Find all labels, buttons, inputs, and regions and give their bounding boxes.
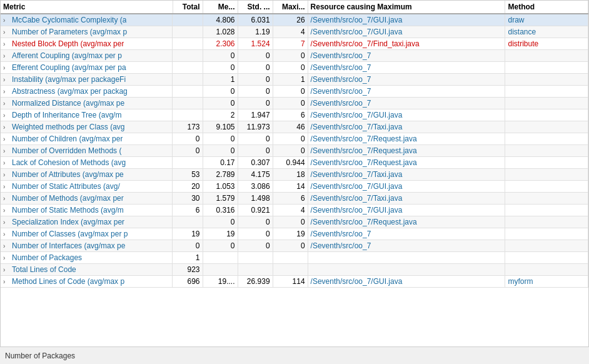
table-row[interactable]: ›Number of Parameters (avg/max p1.0281.1…	[1, 26, 588, 38]
std-cell: 0.921	[238, 205, 273, 216]
total-cell	[173, 216, 203, 228]
metrics-table-container: Metric Total Me... Std. ... Maxi... Reso…	[0, 0, 589, 364]
table-row[interactable]: ›Number of Methods (avg/max per301.5791.…	[1, 193, 588, 205]
metric-label: Total Lines of Code	[12, 265, 76, 274]
metric-label: Nested Block Depth (avg/max per	[12, 39, 124, 48]
mean-cell: 1.053	[203, 181, 238, 193]
max-cell: 0	[273, 133, 308, 145]
table-header-row: Metric Total Me... Std. ... Maxi... Reso…	[1, 1, 588, 14]
total-cell	[173, 14, 203, 26]
col-header-resource[interactable]: Resource causing Maximum	[308, 1, 505, 14]
table-row[interactable]: ›Lack of Cohesion of Methods (avg0.170.3…	[1, 157, 588, 169]
table-row[interactable]: ›Number of Children (avg/max per0000/Sev…	[1, 133, 588, 145]
table-row[interactable]: ›Method Lines of Code (avg/max p69619...…	[1, 276, 588, 288]
method-cell: distribute	[505, 38, 588, 50]
total-cell: 19	[173, 228, 203, 240]
total-cell	[173, 74, 203, 86]
method-cell	[505, 252, 588, 264]
std-cell: 0	[238, 86, 273, 98]
std-cell: 3.086	[238, 181, 273, 193]
max-cell: 0	[273, 50, 308, 62]
expand-arrow-icon[interactable]: ›	[3, 29, 12, 36]
total-cell: 0	[173, 133, 203, 145]
resource-cell	[308, 264, 505, 276]
table-row[interactable]: ›Number of Static Attributes (avg/201.05…	[1, 181, 588, 193]
expand-arrow-icon[interactable]: ›	[3, 136, 12, 143]
table-row[interactable]: ›Number of Overridden Methods (0000/Seve…	[1, 145, 588, 157]
table-row[interactable]: ›Total Lines of Code923	[1, 264, 588, 276]
expand-arrow-icon[interactable]: ›	[3, 219, 12, 226]
metric-label: Lack of Cohesion of Methods (avg	[12, 158, 126, 167]
expand-arrow-icon[interactable]: ›	[3, 64, 12, 71]
method-cell: draw	[505, 14, 588, 26]
expand-arrow-icon[interactable]: ›	[3, 88, 12, 95]
col-header-metric[interactable]: Metric	[1, 1, 173, 14]
table-row[interactable]: ›Number of Attributes (avg/max pe532.789…	[1, 169, 588, 181]
expand-arrow-icon[interactable]: ›	[3, 112, 12, 119]
metric-label: Number of Packages	[12, 253, 82, 262]
table-row[interactable]: ›Abstractness (avg/max per packag000/Sev…	[1, 86, 588, 98]
resource-cell: /Seventh/src/oo_7/GUI.java	[308, 205, 505, 216]
expand-arrow-icon[interactable]: ›	[3, 266, 12, 273]
expand-arrow-icon[interactable]: ›	[3, 195, 12, 202]
mean-cell: 0	[203, 133, 238, 145]
table-row[interactable]: ›Instability (avg/max per packageFi101/S…	[1, 74, 588, 86]
expand-arrow-icon[interactable]: ›	[3, 41, 12, 48]
method-cell	[505, 157, 588, 169]
resource-cell: /Seventh/src/oo_7	[308, 50, 505, 62]
table-row[interactable]: ›McCabe Cyclomatic Complexity (a4.8066.0…	[1, 14, 588, 26]
expand-arrow-icon[interactable]: ›	[3, 100, 12, 107]
col-header-mean[interactable]: Me...	[203, 1, 238, 14]
mean-cell: 0	[203, 98, 238, 109]
table-row[interactable]: ›Efferent Coupling (avg/max per pa000/Se…	[1, 62, 588, 74]
resource-cell: /Seventh/src/oo_7	[308, 240, 505, 252]
col-header-method[interactable]: Method	[505, 1, 588, 14]
table-row[interactable]: ›Nested Block Depth (avg/max per2.3061.5…	[1, 38, 588, 50]
expand-arrow-icon[interactable]: ›	[3, 17, 12, 24]
table-row[interactable]: ›Number of Static Methods (avg/m60.3160.…	[1, 205, 588, 216]
metric-label: Efferent Coupling (avg/max per pa	[12, 63, 126, 72]
table-row[interactable]: ›Afferent Coupling (avg/max per p000/Sev…	[1, 50, 588, 62]
std-cell	[238, 264, 273, 276]
table-row[interactable]: ›Depth of Inheritance Tree (avg/m21.9476…	[1, 109, 588, 121]
total-cell: 0	[173, 240, 203, 252]
max-cell: 19	[273, 228, 308, 240]
method-cell	[505, 216, 588, 228]
col-header-std[interactable]: Std. ...	[238, 1, 273, 14]
metric-label: Method Lines of Code (avg/max p	[12, 277, 124, 286]
expand-arrow-icon[interactable]: ›	[3, 159, 12, 166]
table-row[interactable]: ›Specialization Index (avg/max per000/Se…	[1, 216, 588, 228]
expand-arrow-icon[interactable]: ›	[3, 231, 12, 238]
expand-arrow-icon[interactable]: ›	[3, 148, 12, 154]
expand-arrow-icon[interactable]: ›	[3, 124, 12, 131]
std-cell: 6.031	[238, 14, 273, 26]
table-row[interactable]: ›Number of Interfaces (avg/max pe0000/Se…	[1, 240, 588, 252]
total-cell	[173, 86, 203, 98]
table-row[interactable]: ›Normalized Distance (avg/max pe000/Seve…	[1, 98, 588, 109]
expand-arrow-icon[interactable]: ›	[3, 255, 12, 261]
total-cell	[173, 38, 203, 50]
resource-cell: /Seventh/src/oo_7	[308, 62, 505, 74]
method-cell	[505, 169, 588, 181]
total-cell	[173, 26, 203, 38]
std-cell: 0	[238, 62, 273, 74]
metric-label: McCabe Cyclomatic Complexity (a	[12, 16, 126, 24]
expand-arrow-icon[interactable]: ›	[3, 76, 12, 83]
mean-cell: 0	[203, 62, 238, 74]
table-row[interactable]: ›Weighted methods per Class (avg1739.105…	[1, 121, 588, 133]
table-row[interactable]: ›Number of Packages1	[1, 252, 588, 264]
expand-arrow-icon[interactable]: ›	[3, 171, 12, 178]
max-cell: 18	[273, 169, 308, 181]
col-header-max[interactable]: Maxi...	[273, 1, 308, 14]
expand-arrow-icon[interactable]: ›	[3, 53, 12, 59]
expand-arrow-icon[interactable]: ›	[3, 207, 12, 214]
col-header-total[interactable]: Total	[173, 1, 203, 14]
table-row[interactable]: ›Number of Classes (avg/max per p1919019…	[1, 228, 588, 240]
expand-arrow-icon[interactable]: ›	[3, 278, 12, 285]
mean-cell: 19	[203, 228, 238, 240]
mean-cell: 2.789	[203, 169, 238, 181]
expand-arrow-icon[interactable]: ›	[3, 183, 12, 190]
method-cell	[505, 50, 588, 62]
total-cell	[173, 98, 203, 109]
expand-arrow-icon[interactable]: ›	[3, 243, 12, 250]
